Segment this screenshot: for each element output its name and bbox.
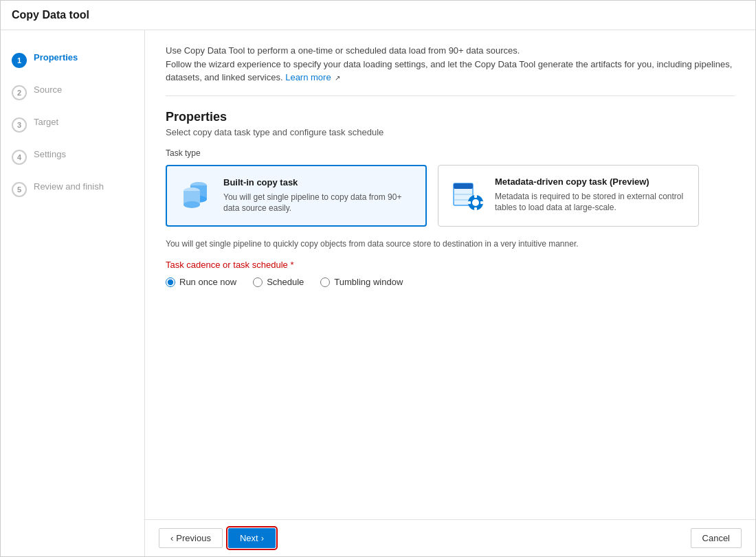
sidebar-label-review: Review and finish: [34, 181, 104, 192]
task-card-metadata[interactable]: Metadata-driven copy task (Preview) Meta…: [438, 165, 699, 227]
learn-more-link[interactable]: Learn more: [285, 72, 331, 82]
sidebar-item-properties[interactable]: 1 Properties: [1, 44, 144, 76]
radio-tumbling[interactable]: Tumbling window: [320, 277, 403, 287]
metadata-svg: [449, 177, 485, 212]
previous-chevron-icon: ‹: [170, 533, 173, 543]
step-circle-4: 4: [12, 150, 27, 165]
previous-button[interactable]: ‹ Previous: [159, 528, 223, 548]
sidebar-label-properties: Properties: [34, 52, 78, 62]
main-layout: 1 Properties 2 Source 3 Target: [1, 30, 755, 556]
next-chevron-icon: ›: [261, 533, 264, 543]
intro-section: Use Copy Data Tool to perform a one-time…: [166, 44, 735, 96]
content-area: Use Copy Data Tool to perform a one-time…: [145, 30, 755, 556]
sidebar-label-source: Source: [34, 84, 62, 95]
radio-run-once-label: Run once now: [179, 277, 236, 287]
sidebar: 1 Properties 2 Source 3 Target: [1, 30, 145, 556]
task-cards-container: Built-in copy task You will get single p…: [166, 165, 735, 227]
step-circle-5: 5: [12, 182, 27, 197]
radio-tumbling-label: Tumbling window: [334, 277, 403, 287]
svg-rect-13: [474, 207, 477, 210]
cancel-button[interactable]: Cancel: [691, 528, 742, 548]
svg-rect-14: [468, 201, 471, 204]
metadata-icon: [449, 177, 485, 212]
sidebar-item-source[interactable]: 2 Source: [1, 76, 144, 109]
metadata-desc: Metadata is required to be stored in ext…: [495, 191, 687, 214]
radio-run-once-input[interactable]: [166, 277, 175, 287]
radio-tumbling-input[interactable]: [320, 277, 330, 287]
footer-right: Cancel: [691, 528, 742, 548]
svg-point-5: [184, 201, 200, 208]
sidebar-item-review[interactable]: 5 Review and finish: [1, 173, 144, 205]
task-description: You will get single pipeline to quickly …: [166, 238, 735, 250]
task-type-label: Task type: [166, 148, 735, 158]
step-circle-2: 2: [12, 85, 27, 100]
step-circle-3: 3: [12, 117, 27, 133]
footer: ‹ Previous Next › Cancel: [145, 519, 755, 556]
sidebar-label-target: Target: [34, 117, 58, 127]
svg-point-11: [472, 199, 479, 206]
copy-data-tool-window: Copy Data tool 1 Properties 2 Source: [0, 0, 756, 557]
radio-run-once[interactable]: Run once now: [166, 277, 236, 287]
svg-rect-15: [480, 201, 483, 204]
radio-schedule-input[interactable]: [253, 277, 263, 287]
intro-text-2: Follow the wizard experience to specify …: [166, 59, 732, 83]
svg-rect-12: [474, 195, 477, 198]
title-bar: Copy Data tool: [1, 1, 755, 30]
next-button[interactable]: Next ›: [228, 528, 276, 548]
step-circle-1: 1: [12, 53, 27, 68]
intro-text-1: Use Copy Data Tool to perform a one-time…: [166, 45, 520, 56]
radio-group: Run once now Schedule Tumbling window: [166, 277, 735, 287]
cadence-section: Task cadence or task schedule * Run once…: [166, 260, 735, 287]
svg-rect-7: [454, 183, 473, 189]
radio-schedule[interactable]: Schedule: [253, 277, 304, 287]
cylinders-svg: [178, 177, 214, 213]
builtin-icon: [178, 177, 214, 213]
radio-schedule-label: Schedule: [267, 277, 304, 287]
builtin-content: Built-in copy task You will get single p…: [223, 177, 414, 215]
section-title: Properties: [166, 110, 735, 124]
builtin-title: Built-in copy task: [223, 177, 414, 187]
task-card-builtin[interactable]: Built-in copy task You will get single p…: [166, 165, 427, 227]
external-link-icon: ↗: [335, 74, 340, 82]
metadata-title: Metadata-driven copy task (Preview): [495, 177, 687, 187]
sidebar-item-target[interactable]: 3 Target: [1, 109, 144, 141]
sidebar-item-settings[interactable]: 4 Settings: [1, 141, 144, 173]
content-body: Use Copy Data Tool to perform a one-time…: [145, 30, 755, 519]
window-title: Copy Data tool: [12, 9, 744, 21]
required-asterisk: *: [288, 260, 294, 270]
sidebar-label-settings: Settings: [34, 149, 66, 159]
builtin-desc: You will get single pipeline to copy dat…: [223, 192, 414, 215]
cadence-label: Task cadence or task schedule *: [166, 260, 735, 270]
metadata-content: Metadata-driven copy task (Preview) Meta…: [495, 177, 687, 214]
section-subtitle: Select copy data task type and configure…: [166, 127, 735, 137]
